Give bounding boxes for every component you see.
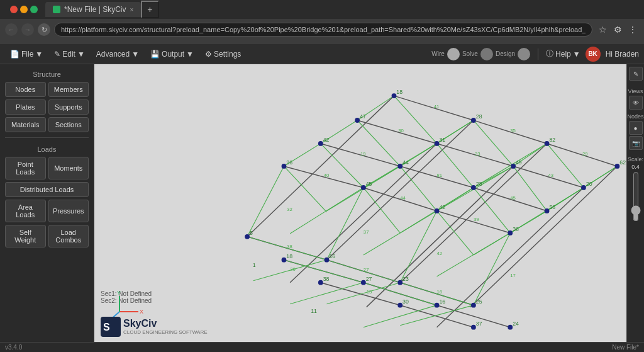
svg-point-89	[545, 208, 550, 213]
canvas-area[interactable]: 18 28 82 62 47 31 49 20 42 44 28 56 26 4…	[94, 64, 626, 342]
svg-text:45: 45	[366, 181, 372, 187]
svg-point-83	[435, 141, 440, 146]
svg-text:5: 5	[250, 230, 253, 236]
skyciv-logo-icon: S	[101, 317, 121, 337]
edit-menu-btn[interactable]: ✎ Edit ▼	[49, 47, 90, 61]
tab-favicon	[53, 6, 60, 13]
right-panel: ✎ Views 👁 Nodes ● 📷 Scale: 0.4	[626, 64, 644, 342]
camera-btn[interactable]: 📷	[629, 136, 643, 150]
moments-btn[interactable]: Moments	[48, 157, 89, 179]
nodes-btn[interactable]: Nodes	[5, 82, 46, 97]
main-content: Structure Nodes Members Plates Supports …	[0, 64, 644, 342]
svg-text:29: 29	[582, 152, 588, 157]
svg-rect-0	[94, 65, 626, 341]
structure-buttons: Nodes Members Plates Supports Materials …	[5, 82, 89, 132]
svg-text:S: S	[103, 322, 110, 332]
svg-text:44: 44	[400, 196, 406, 202]
svg-text:26: 26	[286, 159, 292, 166]
svg-text:42: 42	[437, 251, 443, 256]
new-tab-btn[interactable]: +	[141, 1, 158, 18]
views-label: Views	[628, 88, 643, 94]
svg-point-98	[282, 258, 287, 263]
svg-text:35: 35	[510, 128, 516, 134]
svg-point-94	[245, 234, 250, 239]
forward-btn[interactable]: →	[21, 23, 34, 36]
help-btn[interactable]: ⓘ Help ▼	[546, 48, 580, 59]
window-close-btn[interactable]	[10, 6, 18, 13]
svg-point-87	[397, 164, 402, 169]
scale-control: Scale: 0.4	[628, 154, 643, 222]
solve-mode-btn[interactable]	[480, 48, 493, 60]
file-icon: 📄	[10, 50, 19, 59]
self-weight-btn[interactable]: Self Weight	[5, 225, 46, 247]
sections-btn[interactable]: Sections	[48, 117, 89, 132]
window-min-btn[interactable]	[20, 6, 28, 13]
url-bar[interactable]	[54, 23, 592, 37]
mode-toggles: Wire Solve Design	[431, 48, 530, 60]
members-btn[interactable]: Members	[48, 82, 89, 97]
svg-text:82: 82	[549, 137, 555, 143]
window-max-btn[interactable]	[30, 6, 38, 13]
svg-text:23: 23	[402, 276, 409, 282]
svg-point-90	[282, 164, 287, 169]
distributed-loads-btn[interactable]: Distributed Loads	[5, 182, 89, 197]
load-combos-btn[interactable]: Load Combos	[48, 225, 89, 247]
svg-point-91	[361, 185, 366, 190]
settings-btn[interactable]: ⚙ Settings	[200, 47, 246, 61]
supports-btn[interactable]: Supports	[48, 99, 89, 115]
design-label: Design	[496, 50, 515, 57]
svg-text:28: 28	[476, 113, 482, 120]
svg-text:40: 40	[324, 173, 330, 179]
svg-text:56: 56	[549, 204, 555, 210]
scale-label: Scale:	[628, 156, 643, 162]
file-chevron: ▼	[35, 50, 43, 59]
pencil-tool-btn[interactable]: ✎	[629, 67, 643, 81]
user-name: Hi Braden	[606, 50, 639, 59]
materials-btn[interactable]: Materials	[5, 117, 46, 132]
scale-slider[interactable]	[631, 171, 641, 222]
svg-text:62: 62	[619, 159, 626, 166]
nodes-right-label: Nodes	[628, 113, 644, 120]
menu-btn[interactable]: ⋮	[626, 23, 639, 36]
svg-text:23: 23	[475, 152, 480, 157]
wire-mode-btn[interactable]	[447, 48, 460, 60]
nodes-right-btn[interactable]: ●	[629, 121, 643, 135]
views-btn[interactable]: 👁	[629, 96, 643, 110]
point-loads-btn[interactable]: Point Loads	[5, 157, 46, 179]
pressures-btn[interactable]: Pressures	[48, 200, 89, 222]
plates-btn[interactable]: Plates	[5, 99, 46, 115]
svg-point-100	[435, 303, 440, 308]
svg-point-80	[545, 141, 550, 146]
svg-text:42: 42	[323, 137, 330, 143]
structure-canvas[interactable]: 18 28 82 62 47 31 49 20 42 44 28 56 26 4…	[94, 64, 626, 342]
star-btn[interactable]: ☆	[596, 23, 609, 36]
svg-text:44: 44	[402, 159, 409, 166]
svg-text:41: 41	[434, 104, 440, 110]
svg-text:11: 11	[311, 309, 317, 315]
svg-text:16: 16	[439, 298, 445, 305]
svg-text:39: 39	[474, 217, 479, 223]
extensions-btn[interactable]: ⚙	[611, 23, 624, 36]
user-avatar[interactable]: BK	[586, 47, 601, 62]
browser-tab-active[interactable]: *New File | SkyCiv ×	[45, 2, 141, 17]
svg-text:17: 17	[510, 273, 516, 278]
svg-point-86	[318, 141, 323, 146]
skyciv-logo: S SkyCiv CLOUD ENGINEERING SOFTWARE	[101, 317, 208, 337]
file-menu-btn[interactable]: 📄 File ▼	[5, 47, 48, 61]
svg-point-82	[355, 118, 360, 123]
back-btn[interactable]: ←	[5, 23, 18, 36]
design-mode-btn[interactable]	[518, 48, 530, 60]
svg-text:19: 19	[360, 152, 366, 157]
svg-text:38: 38	[323, 276, 330, 282]
svg-point-81	[615, 164, 620, 169]
advanced-menu-btn[interactable]: Advanced ▼	[91, 47, 144, 61]
svg-text:27: 27	[364, 267, 369, 273]
svg-text:28: 28	[476, 181, 482, 187]
reload-btn[interactable]: ↻	[38, 23, 50, 36]
area-loads-btn[interactable]: Area Loads	[5, 200, 46, 222]
svg-point-85	[581, 185, 586, 190]
svg-text:27: 27	[366, 276, 372, 282]
svg-text:45: 45	[510, 196, 516, 202]
output-menu-btn[interactable]: 💾 Output ▼	[145, 47, 199, 61]
tab-close-btn[interactable]: ×	[130, 6, 133, 13]
